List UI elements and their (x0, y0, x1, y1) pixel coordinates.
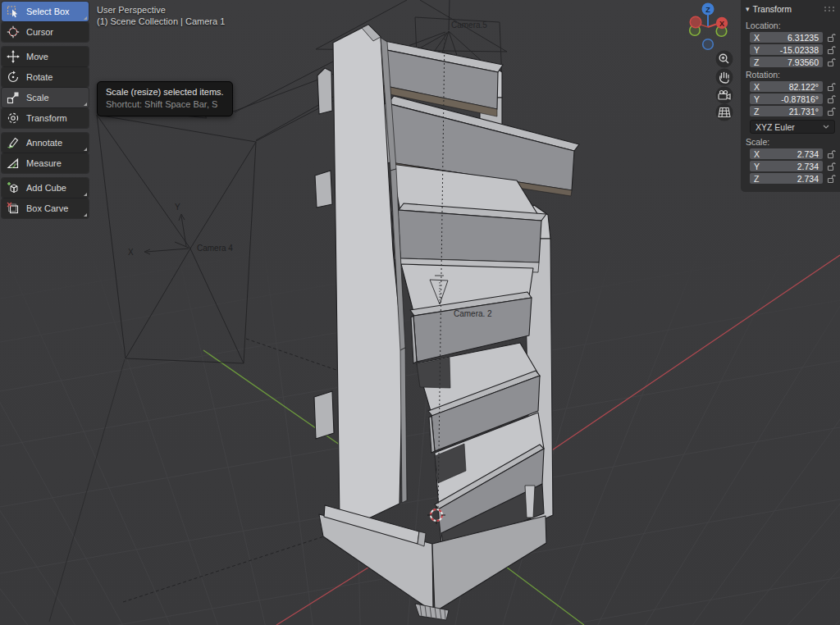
tool-add-cube[interactable]: Add Cube (2, 178, 89, 198)
field-value: -15.02338 (765, 45, 819, 55)
scale-x-row: X 2.734 (750, 148, 837, 159)
rotation-y-field[interactable]: Y -0.87816° (750, 94, 823, 104)
rotation-y-row: Y -0.87816° (750, 94, 837, 104)
viewport-nav-buttons (714, 49, 737, 125)
rotate-icon (7, 71, 20, 84)
tool-box-carve[interactable]: Box Carve (2, 198, 89, 218)
axis-label: Y (754, 94, 765, 104)
field-value: 2.734 (765, 174, 819, 184)
unlock-icon[interactable] (826, 82, 837, 92)
shelf-tab (315, 171, 332, 208)
transform-icon (7, 112, 20, 125)
chevron-down-icon (823, 125, 829, 129)
axis-label: X (754, 149, 765, 159)
unlock-icon[interactable] (826, 45, 837, 55)
move-icon (7, 50, 20, 63)
gizmo-x-label: X (719, 20, 724, 28)
pan-button[interactable] (716, 69, 733, 86)
rotation-z-row: Z 21.731° (750, 106, 837, 116)
camera4-x-axis-label: X (128, 248, 134, 257)
unlock-icon[interactable] (826, 33, 837, 43)
field-value: 2.734 (765, 162, 819, 171)
tool-label: Rotate (26, 72, 52, 82)
tool-label: Move (26, 52, 48, 62)
scale-icon (7, 91, 20, 104)
tool-annotate[interactable]: Annotate (2, 133, 89, 153)
camera2-label[interactable]: Camera. 2 (454, 309, 492, 318)
tool-label: Add Cube (26, 183, 66, 193)
tool-select-box[interactable]: Select Box (2, 2, 89, 21)
camera-view-button[interactable] (716, 87, 733, 104)
location-x-row: X 6.31235 (750, 32, 837, 43)
tool-cursor[interactable]: Cursor (2, 22, 89, 42)
unlock-icon[interactable] (826, 149, 837, 159)
x-axis-line (542, 255, 840, 457)
tooltip-shortcut: Shortcut: Shift Space Bar, S (106, 98, 224, 111)
rotation-mode-dropdown[interactable]: XYZ Euler (750, 120, 835, 134)
field-value: 2.734 (765, 149, 819, 159)
rotation-x-field[interactable]: X 82.122° (750, 81, 823, 92)
axis-label: X (754, 82, 765, 92)
cursor-icon (7, 25, 20, 39)
field-value: 7.93560 (765, 57, 819, 67)
left-panel-edge (400, 348, 407, 503)
tool-rotate[interactable]: Rotate (2, 67, 89, 87)
scale-z-row: Z 2.734 (750, 173, 837, 184)
tool-tooltip: Scale (resize) selected items. Shortcut:… (97, 81, 233, 116)
gizmo-z-neg-ball[interactable] (703, 39, 714, 50)
location-x-field[interactable]: X 6.31235 (750, 32, 823, 43)
tool-scale[interactable]: Scale (2, 88, 89, 107)
axis-label: X (754, 33, 765, 43)
shelf-tab (317, 68, 332, 114)
axis-label: Y (754, 162, 765, 171)
tool-move[interactable]: Move (2, 47, 89, 66)
chevron-down-icon: ▾ (746, 5, 750, 13)
scale-z-field[interactable]: Z 2.734 (750, 173, 823, 184)
drag-grip-icon[interactable] (824, 6, 835, 12)
axis-label: Z (754, 107, 765, 116)
camera4-y-axis-label: Y (175, 203, 180, 212)
box-carve-icon (7, 202, 20, 215)
unlock-icon[interactable] (826, 174, 837, 184)
gizmo-z-label: Z (705, 6, 710, 14)
unlock-icon[interactable] (826, 57, 837, 67)
tool-label: Cursor (26, 27, 53, 37)
tool-label: Measure (26, 158, 62, 168)
location-y-field[interactable]: Y -15.02338 (750, 44, 823, 55)
scale-y-field[interactable]: Y 2.734 (750, 161, 823, 171)
ortho-toggle-button[interactable] (716, 104, 733, 121)
camera5-label[interactable]: Camera.5 (451, 21, 487, 30)
unlock-icon[interactable] (826, 107, 837, 116)
rotation-z-field[interactable]: Z 21.731° (750, 106, 823, 116)
axis-label: Z (754, 174, 765, 184)
axis-label: Z (754, 57, 765, 67)
unlock-icon[interactable] (826, 162, 837, 171)
zoom-button[interactable] (716, 51, 733, 68)
tooltip-title: Scale (resize) selected items. (106, 86, 224, 98)
model-display-stand[interactable] (314, 25, 579, 620)
field-value: -0.87816° (765, 94, 819, 104)
scale-x-field[interactable]: X 2.734 (750, 148, 823, 159)
axis-label: Y (754, 45, 765, 55)
tool-label: Transform (26, 113, 67, 123)
scale-y-row: Y 2.734 (750, 161, 837, 171)
camera4-label[interactable]: Camera 4 (197, 244, 233, 253)
tool-sidebar: Select Box Cursor Move (2, 2, 89, 218)
tool-transform[interactable]: Transform (2, 108, 89, 128)
blender-3d-viewport: Camera 4 X Y Camera.5 (0, 0, 840, 625)
base-skirt-cap (418, 531, 426, 546)
unlock-icon[interactable] (826, 94, 837, 104)
panel-title: Transform (753, 4, 792, 14)
gizmo-x-neg-ball[interactable] (690, 16, 701, 28)
location-y-row: Y -15.02338 (750, 44, 837, 55)
rotation-section-label: Rotation: (746, 70, 835, 80)
transform-panel: ▾ Transform Location: X 6.31235 Y -15.02… (741, 0, 840, 192)
field-value: 82.122° (765, 82, 819, 92)
add-cube-icon (7, 181, 20, 194)
tool-measure[interactable]: Measure (2, 153, 89, 173)
location-z-field[interactable]: Z 7.93560 (750, 57, 823, 67)
rotation-x-row: X 82.122° (750, 81, 837, 92)
transform-panel-header[interactable]: ▾ Transform (744, 2, 837, 18)
tool-label: Annotate (26, 138, 62, 148)
select-box-icon (7, 5, 20, 18)
